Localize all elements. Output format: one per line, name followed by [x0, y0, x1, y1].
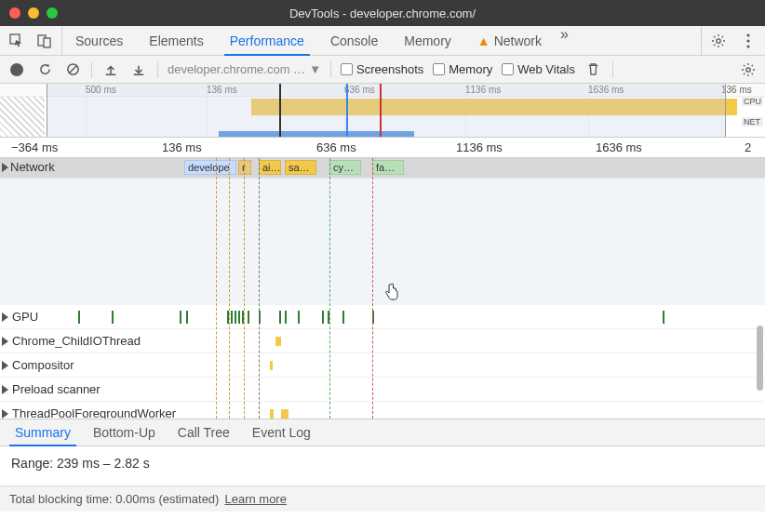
- details-tab-summary[interactable]: Summary: [4, 419, 82, 446]
- separator: [330, 61, 331, 78]
- download-button[interactable]: [129, 60, 148, 79]
- track-graph: [0, 353, 765, 377]
- network-request-block[interactable]: fa…: [372, 160, 404, 175]
- ruler-tick: −364 ms: [11, 140, 58, 154]
- ruler-tick: 636 ms: [316, 140, 356, 154]
- svg-line-8: [69, 66, 76, 73]
- learn-more-link[interactable]: Learn more: [224, 492, 286, 506]
- window-title: DevTools - developer.chrome.com/: [0, 7, 765, 20]
- network-request-block[interactable]: sa…: [285, 160, 316, 175]
- overview-marker: [380, 84, 382, 137]
- thread-track[interactable]: Chrome_ChildIOThread: [0, 329, 765, 353]
- range-text: Range: 239 ms – 2.82 s: [11, 456, 754, 471]
- device-toolbar-icon[interactable]: [35, 32, 54, 50]
- tab-performance[interactable]: Performance: [217, 26, 317, 55]
- chevron-down-icon: ▼: [309, 62, 321, 76]
- timing-marker-line: [372, 158, 373, 419]
- traffic-lights: [0, 7, 58, 19]
- details-tab-bottomup[interactable]: Bottom-Up: [82, 419, 167, 446]
- track-label: ThreadPoolForegroundWorker: [12, 406, 176, 419]
- maximize-window-button[interactable]: [47, 7, 58, 19]
- ruler-tick: 2: [745, 140, 751, 154]
- tbt-text: Total blocking time: 0.00ms (estimated): [9, 492, 219, 506]
- details-tab-eventlog[interactable]: Event Log: [241, 419, 322, 446]
- performance-toolbar: developer.chrome.com … ▼ Screenshots Mem…: [0, 56, 765, 84]
- more-tabs-icon[interactable]: »: [555, 26, 574, 55]
- timing-marker-line: [229, 158, 230, 419]
- timeline-overview[interactable]: 500 ms136 ms636 ms1136 ms1636 ms136 ms C…: [0, 84, 765, 138]
- thread-track[interactable]: ThreadPoolForegroundWorker: [0, 402, 765, 419]
- svg-point-3: [717, 38, 720, 42]
- tabbar-left-tools: [0, 26, 62, 55]
- network-request-block[interactable]: cy…: [329, 160, 361, 175]
- settings-gear-icon[interactable]: [709, 32, 728, 50]
- summary-panel: Range: 239 ms – 2.82 s: [0, 446, 765, 485]
- thread-track[interactable]: Preload scanner: [0, 378, 765, 402]
- svg-point-4: [746, 33, 749, 36]
- network-request-block[interactable]: r: [238, 160, 251, 175]
- panel-tabs: Sources Elements Performance Console Mem…: [62, 26, 574, 55]
- tab-sources[interactable]: Sources: [62, 26, 136, 55]
- details-tab-calltree[interactable]: Call Tree: [167, 419, 241, 446]
- delete-recording-button[interactable]: [584, 60, 603, 79]
- svg-rect-2: [44, 38, 50, 47]
- thread-track[interactable]: GPU: [0, 305, 765, 329]
- ruler-tick: 1136 ms: [456, 140, 503, 154]
- warning-icon: ▲: [477, 33, 490, 48]
- timing-marker-line: [259, 158, 260, 419]
- tab-memory[interactable]: Memory: [391, 26, 464, 55]
- record-button[interactable]: [7, 60, 26, 79]
- timing-marker-line: [244, 158, 245, 419]
- flame-chart-area[interactable]: Network developerai…sa…cy…fa… GPUChrome_…: [0, 158, 765, 419]
- overview-selection[interactable]: [47, 84, 726, 137]
- svg-point-5: [746, 39, 749, 42]
- webvitals-checkbox[interactable]: Web Vitals: [502, 62, 575, 76]
- upload-button[interactable]: [101, 60, 120, 79]
- main-tabbar: Sources Elements Performance Console Mem…: [0, 26, 765, 56]
- timing-marker-line: [216, 158, 217, 419]
- titlebar: DevTools - developer.chrome.com/: [0, 0, 765, 26]
- overview-marker: [279, 84, 281, 137]
- details-tabs: Summary Bottom-Up Call Tree Event Log: [0, 419, 765, 446]
- track-label: Chrome_ChildIOThread: [12, 334, 141, 348]
- reload-record-button[interactable]: [35, 60, 54, 79]
- network-request-block[interactable]: ai…: [259, 160, 281, 175]
- ruler-tick: 1636 ms: [596, 140, 642, 154]
- overview-dead-zone: [0, 97, 45, 137]
- separator: [91, 61, 92, 78]
- network-lane-label[interactable]: Network: [2, 160, 55, 174]
- track-label: GPU: [12, 310, 38, 324]
- inspect-element-icon[interactable]: [7, 32, 26, 50]
- network-lane-body[interactable]: [0, 179, 765, 305]
- vertical-scrollbar[interactable]: [757, 326, 763, 391]
- ruler-tick: 136 ms: [162, 140, 202, 154]
- close-window-button[interactable]: [9, 7, 20, 19]
- main-ruler[interactable]: −364 ms136 ms636 ms1136 ms1636 ms2: [0, 138, 765, 158]
- thread-track[interactable]: Compositor: [0, 353, 765, 378]
- tab-network[interactable]: ▲ Network: [464, 26, 555, 55]
- clear-button[interactable]: [63, 60, 82, 79]
- footer-bar: Total blocking time: 0.00ms (estimated) …: [0, 485, 765, 512]
- memory-checkbox[interactable]: Memory: [433, 62, 492, 76]
- tab-elements[interactable]: Elements: [136, 26, 216, 55]
- tabbar-right-tools: [701, 26, 765, 55]
- overview-marker: [346, 84, 348, 137]
- expand-icon: [2, 163, 8, 172]
- kebab-menu-icon[interactable]: [739, 32, 758, 50]
- recording-selector[interactable]: developer.chrome.com … ▼: [168, 62, 321, 76]
- track-label: Compositor: [12, 358, 74, 372]
- svg-point-6: [746, 45, 749, 47]
- tab-console[interactable]: Console: [317, 26, 391, 55]
- overview-lane-labels: CPU NET: [742, 97, 763, 128]
- network-lane[interactable]: Network developerai…sa…cy…fa…: [0, 158, 765, 179]
- svg-point-11: [746, 67, 750, 71]
- minimize-window-button[interactable]: [28, 7, 39, 19]
- timing-marker-line: [329, 158, 330, 419]
- track-graph: [0, 305, 765, 328]
- separator: [612, 61, 613, 78]
- track-label: Preload scanner: [12, 382, 101, 396]
- track-graph: [0, 378, 765, 401]
- capture-settings-gear-icon[interactable]: [739, 60, 758, 79]
- screenshots-checkbox[interactable]: Screenshots: [341, 62, 423, 76]
- separator: [157, 61, 158, 78]
